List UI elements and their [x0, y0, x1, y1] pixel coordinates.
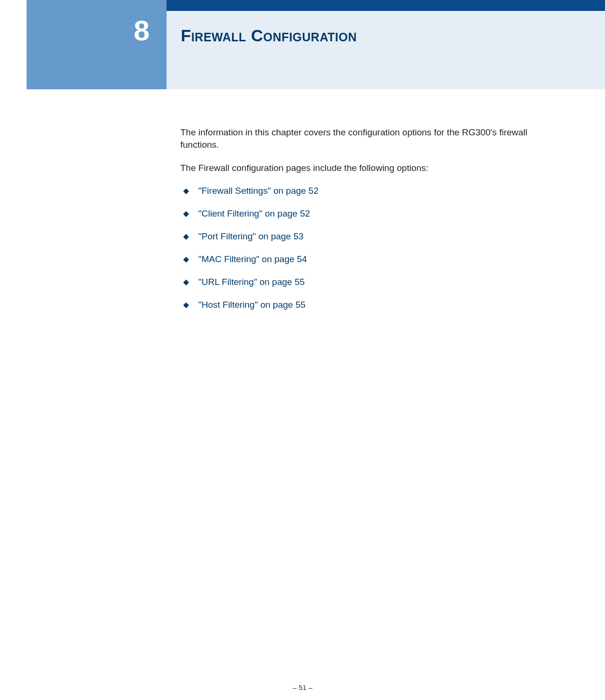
chapter-title: Firewall Configuration — [181, 26, 357, 45]
chapter-number-box: 8 — [27, 0, 167, 89]
intro-paragraph: The information in this chapter covers t… — [180, 126, 567, 151]
list-item: ◆ "Firewall Settings" on page 52 — [180, 186, 567, 196]
content-area: The information in this chapter covers t… — [0, 89, 605, 310]
page-number: – 51 – — [293, 683, 313, 691]
toc-link[interactable]: "Port Filtering" on page 53 — [198, 231, 304, 242]
diamond-bullet-icon: ◆ — [183, 187, 189, 195]
diamond-bullet-icon: ◆ — [183, 210, 189, 218]
list-item: ◆ "Port Filtering" on page 53 — [180, 231, 567, 242]
chapter-header: 8 Firewall Configuration — [0, 0, 605, 89]
toc-link[interactable]: "MAC Filtering" on page 54 — [198, 254, 307, 265]
toc-link[interactable]: "Host Filtering" on page 55 — [198, 300, 306, 310]
list-item: ◆ "Host Filtering" on page 55 — [180, 300, 567, 310]
list-item: ◆ "Client Filtering" on page 52 — [180, 208, 567, 219]
toc-link[interactable]: "Firewall Settings" on page 52 — [198, 186, 318, 196]
toc-link-list: ◆ "Firewall Settings" on page 52 ◆ "Clie… — [180, 186, 567, 310]
toc-link[interactable]: "Client Filtering" on page 52 — [198, 208, 310, 219]
list-item: ◆ "MAC Filtering" on page 54 — [180, 254, 567, 265]
chapter-title-box: Firewall Configuration — [167, 9, 605, 89]
diamond-bullet-icon: ◆ — [183, 255, 189, 263]
chapter-number: 8 — [134, 14, 149, 47]
diamond-bullet-icon: ◆ — [183, 278, 189, 286]
toc-link[interactable]: "URL Filtering" on page 55 — [198, 277, 305, 287]
diamond-bullet-icon: ◆ — [183, 301, 189, 309]
diamond-bullet-icon: ◆ — [183, 233, 189, 240]
list-item: ◆ "URL Filtering" on page 55 — [180, 277, 567, 287]
subintro-paragraph: The Firewall configuration pages include… — [180, 162, 567, 174]
page-footer: – 51 – — [0, 683, 605, 691]
